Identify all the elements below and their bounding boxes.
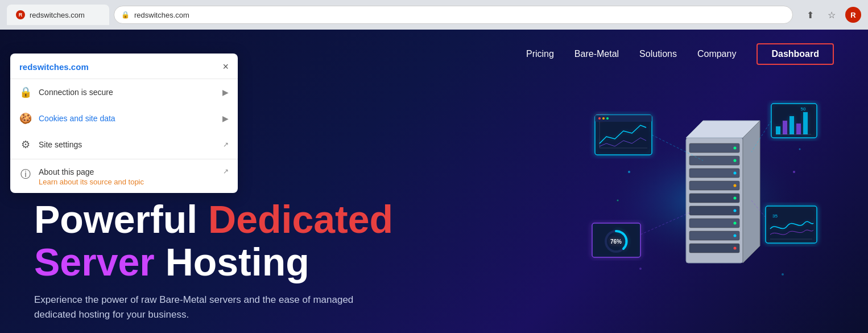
context-menu-item-cookies-left: 🍪 Cookies and site data bbox=[19, 112, 115, 125]
nav-company[interactable]: Company bbox=[697, 49, 736, 59]
cookies-label: Cookies and site data bbox=[39, 114, 115, 123]
address-bar[interactable]: 🔒 redswitches.com bbox=[114, 6, 793, 24]
svg-text:35: 35 bbox=[772, 213, 778, 219]
svg-point-20 bbox=[734, 235, 737, 237]
hero-dedicated: Dedicated bbox=[208, 198, 393, 241]
context-menu-close-button[interactable]: × bbox=[222, 61, 229, 72]
svg-rect-8 bbox=[689, 194, 739, 203]
hero-server: Server bbox=[34, 240, 155, 283]
svg-rect-12 bbox=[689, 244, 739, 253]
connection-label: Connection is secure bbox=[39, 88, 113, 97]
context-menu-item-settings-left: ⚙ Site settings bbox=[19, 138, 82, 151]
bookmark-button[interactable]: ☆ bbox=[824, 7, 840, 23]
cookies-arrow-icon: ▶ bbox=[222, 114, 229, 123]
context-menu-item-cookies[interactable]: 🍪 Cookies and site data ▶ bbox=[10, 105, 238, 131]
svg-rect-11 bbox=[689, 231, 739, 240]
connection-arrow-icon: ▶ bbox=[222, 88, 229, 97]
svg-point-18 bbox=[734, 209, 737, 212]
gear-icon: ⚙ bbox=[19, 138, 32, 151]
context-menu-title: redswitches.com bbox=[19, 62, 89, 72]
svg-point-15 bbox=[734, 172, 737, 175]
svg-rect-31 bbox=[783, 121, 787, 134]
site-settings-label: Site settings bbox=[39, 140, 82, 149]
about-page-text-block: About this page Learn about its source a… bbox=[39, 167, 144, 186]
browser-chrome: R redswitches.com 🔒 redswitches.com ⬆ ☆ … bbox=[0, 0, 868, 30]
nav-solutions[interactable]: Solutions bbox=[639, 49, 677, 59]
svg-rect-6 bbox=[689, 168, 739, 178]
svg-point-50 bbox=[799, 149, 801, 150]
svg-rect-37 bbox=[766, 206, 817, 243]
hero-subtitle-line2: dedicated hosting for your business. bbox=[34, 309, 189, 320]
about-page-label: About this page bbox=[39, 167, 144, 176]
tab-title: redswitches.com bbox=[30, 11, 85, 19]
svg-rect-5 bbox=[689, 156, 739, 165]
nav-dashboard[interactable]: Dashboard bbox=[757, 43, 834, 65]
svg-point-13 bbox=[734, 147, 737, 150]
page-wrapper: Pricing Bare-Metal Solutions Company Das… bbox=[0, 30, 868, 333]
hero-hosting: Hosting bbox=[166, 240, 309, 283]
svg-rect-32 bbox=[790, 116, 794, 134]
hero-subtitle-line1: Experience the power of raw Bare-Metal s… bbox=[34, 294, 353, 305]
lock-icon: 🔒 bbox=[19, 86, 32, 98]
svg-rect-4 bbox=[689, 143, 739, 153]
svg-rect-30 bbox=[776, 126, 780, 134]
svg-rect-7 bbox=[689, 181, 739, 190]
browser-tab[interactable]: R redswitches.com bbox=[7, 5, 109, 25]
svg-rect-10 bbox=[689, 219, 739, 228]
svg-point-48 bbox=[793, 171, 795, 173]
context-menu-item-connection-left: 🔒 Connection is secure bbox=[19, 86, 113, 98]
about-page-left: ⓘ About this page Learn about its source… bbox=[19, 167, 144, 186]
svg-text:76%: 76% bbox=[610, 239, 622, 245]
nav-bare-metal[interactable]: Bare-Metal bbox=[574, 49, 619, 59]
server-svg: 50 35 bbox=[584, 58, 822, 297]
hero-subtitle: Experience the power of raw Bare-Metal s… bbox=[34, 293, 375, 322]
context-menu: redswitches.com × 🔒 Connection is secure… bbox=[10, 54, 238, 193]
tab-favicon: R bbox=[16, 10, 25, 19]
svg-point-49 bbox=[617, 200, 619, 202]
context-menu-item-connection[interactable]: 🔒 Connection is secure ▶ bbox=[10, 79, 238, 105]
svg-point-16 bbox=[734, 184, 737, 187]
share-button[interactable]: ⬆ bbox=[802, 7, 818, 23]
context-menu-divider bbox=[10, 159, 238, 159]
svg-text:50: 50 bbox=[801, 106, 806, 112]
nav-pricing[interactable]: Pricing bbox=[526, 49, 554, 59]
context-menu-header: redswitches.com × bbox=[10, 54, 238, 79]
svg-point-27 bbox=[602, 117, 605, 120]
svg-point-52 bbox=[782, 273, 784, 276]
about-page-link[interactable]: Learn about its source and topic bbox=[39, 178, 144, 186]
account-button[interactable]: R bbox=[845, 7, 861, 23]
svg-rect-9 bbox=[689, 206, 739, 215]
lock-icon: 🔒 bbox=[121, 11, 130, 19]
svg-point-14 bbox=[734, 159, 737, 162]
svg-point-19 bbox=[734, 222, 737, 225]
about-page-external-icon: ↗ bbox=[223, 167, 229, 175]
browser-actions: ⬆ ☆ R bbox=[802, 7, 861, 23]
nav-links: Pricing Bare-Metal Solutions Company Das… bbox=[526, 43, 834, 65]
svg-point-28 bbox=[606, 117, 609, 120]
site-settings-external-icon: ↗ bbox=[223, 141, 229, 149]
hero-powerful: Powerful bbox=[34, 198, 197, 241]
svg-point-17 bbox=[734, 197, 737, 200]
context-menu-item-about[interactable]: ⓘ About this page Learn about its source… bbox=[10, 161, 238, 193]
svg-point-47 bbox=[628, 171, 630, 173]
context-menu-item-site-settings[interactable]: ⚙ Site settings ↗ bbox=[10, 131, 238, 158]
server-illustration: 50 35 bbox=[584, 58, 822, 297]
svg-point-21 bbox=[734, 247, 737, 250]
svg-marker-3 bbox=[743, 121, 760, 263]
cookie-icon: 🍪 bbox=[19, 112, 32, 125]
info-icon: ⓘ bbox=[19, 167, 32, 181]
address-text: redswitches.com bbox=[134, 11, 189, 19]
svg-rect-34 bbox=[803, 112, 808, 134]
svg-rect-33 bbox=[796, 124, 801, 134]
svg-point-51 bbox=[639, 268, 642, 270]
svg-point-26 bbox=[598, 117, 601, 120]
